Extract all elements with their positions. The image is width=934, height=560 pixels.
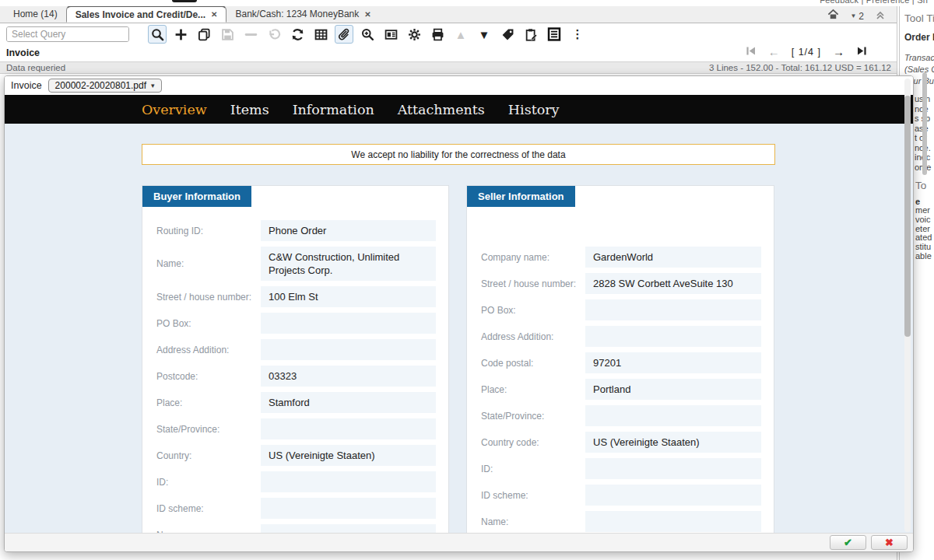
field-row: Country code:US (Vereinigte Staaten) — [467, 432, 774, 453]
delete-record-icon — [241, 25, 260, 44]
collapse-panel-icon[interactable] — [875, 9, 886, 23]
field-row: Postcode:03323 — [142, 366, 448, 387]
settings-gear-icon[interactable] — [405, 25, 423, 44]
toolbar-icons: ▲ ▼ ⋮ — [148, 25, 587, 44]
field-value: 100 Elm St — [261, 286, 436, 307]
field-label: Place: — [467, 384, 585, 395]
record-info-icon[interactable] — [381, 25, 400, 44]
field-row: Company name:GardenWorld — [467, 247, 774, 268]
field-row: Name:C&W Construction, Unlimited Project… — [142, 247, 448, 281]
field-row: PO Box: — [467, 299, 774, 320]
refresh-icon[interactable] — [288, 25, 307, 44]
field-value: 2828 SW Corbett AveSuite 130 — [585, 273, 761, 294]
select-query-input[interactable] — [7, 27, 129, 41]
print-icon[interactable] — [428, 25, 447, 44]
attachment-icon[interactable] — [335, 25, 353, 44]
field-row: ID: — [142, 471, 448, 492]
zoom-across-icon[interactable] — [358, 25, 377, 44]
viewer-tab-history[interactable]: History — [508, 102, 560, 117]
document-file-select[interactable]: 200002-20020801.pdf ▾ — [48, 79, 162, 93]
close-icon[interactable]: ✕ — [211, 10, 217, 19]
select-query-combo[interactable]: ▼ — [6, 26, 129, 42]
field-label: Name: — [142, 258, 261, 269]
field-label: ID scheme: — [142, 503, 261, 514]
record-title-row: Invoice ← [ 1/4 ] → — [0, 44, 897, 61]
caret-down-icon: ▼ — [850, 12, 856, 19]
sidebar-field-name: Order Ref — [904, 32, 934, 43]
buyer-card-title: Buyer Information — [142, 186, 251, 207]
field-label: Street / house number: — [142, 292, 261, 303]
grid-toggle-icon[interactable] — [311, 25, 330, 44]
confirm-button[interactable]: ✔ — [830, 535, 866, 550]
hint-line: (Sales Ord — [904, 64, 934, 75]
field-label: Place: — [142, 397, 261, 408]
section-line: able — [915, 252, 934, 261]
field-label: State/Province: — [142, 424, 261, 435]
next-record-icon[interactable]: → — [833, 47, 844, 58]
document-log-icon[interactable] — [545, 25, 564, 44]
field-label: PO Box: — [467, 305, 585, 316]
field-value — [585, 458, 761, 479]
field-label: ID: — [142, 477, 261, 488]
field-row: Address Addition: — [142, 339, 448, 360]
expand-icon[interactable]: ▼ — [475, 25, 493, 44]
seller-information-card: Seller Information Company name:GardenWo… — [466, 185, 774, 534]
toolbar: ▼ — [0, 23, 897, 45]
cancel-button[interactable]: ✖ — [871, 535, 908, 550]
seller-card-title: Seller Information — [467, 186, 575, 207]
viewer-tab-attachments[interactable]: Attachments — [398, 102, 485, 117]
search-icon[interactable] — [148, 25, 167, 44]
tab-sales-invoice[interactable]: Sales Invoice and Credit/De... ✕ — [66, 5, 227, 23]
field-label: Country code: — [467, 437, 585, 448]
window-count-dropdown[interactable]: ▼ 2 — [850, 11, 864, 22]
field-row: State/Province: — [467, 405, 774, 426]
viewer-tab-information[interactable]: Information — [293, 102, 374, 117]
workflow-clipboard-icon[interactable] — [521, 25, 540, 44]
buyer-fields: Routing ID:Phone Order Name:C&W Construc… — [142, 207, 448, 534]
top-chrome-strip: Feedback | Preference | Sh — [0, 0, 934, 6]
home-icon[interactable] — [827, 9, 839, 23]
field-row: Address Addition: — [467, 326, 774, 347]
tab-home[interactable]: Home (14) — [5, 5, 66, 23]
more-options-icon[interactable]: ⋮ — [568, 25, 587, 44]
field-row: ID scheme: — [467, 485, 774, 506]
status-totals: 3 Lines - 152.00 - Total: 161.12 USD = 1… — [709, 63, 891, 72]
viewer-tab-items[interactable]: Items — [230, 102, 269, 117]
tabbar-right-controls: ▼ 2 — [827, 9, 886, 23]
close-icon[interactable]: ✕ — [364, 10, 370, 19]
field-row: State/Province: — [142, 418, 448, 439]
new-record-icon[interactable] — [171, 25, 190, 44]
field-label: Postcode: — [142, 371, 261, 382]
first-record-icon[interactable] — [746, 46, 757, 58]
buyer-information-card: Buyer Information Routing ID:Phone Order… — [142, 185, 449, 534]
field-value — [261, 471, 436, 492]
field-row: Place:Stamford — [142, 392, 448, 413]
disclaimer-banner: We accept no liability for the correctne… — [142, 144, 775, 165]
viewer-scrollbar[interactable] — [904, 79, 911, 532]
field-value: 97201 — [585, 352, 761, 373]
field-value: C&W Construction, Unlimited Projects Cor… — [261, 247, 436, 281]
chevron-down-icon: ▾ — [151, 82, 155, 89]
label-tag-icon[interactable] — [498, 25, 517, 44]
viewer-scrollbar-thumb[interactable] — [904, 96, 911, 337]
sidebar-section-header: To — [915, 180, 934, 191]
check-icon: ✔ — [844, 537, 852, 548]
viewer-tab-overview[interactable]: Overview — [142, 102, 207, 117]
copy-record-icon[interactable] — [195, 25, 213, 44]
field-row: Name: — [467, 511, 774, 532]
collapse-icon: ▲ — [451, 25, 470, 44]
previous-record-icon: ← — [768, 47, 780, 58]
field-label: Country: — [142, 450, 261, 461]
invoice-viewer-dialog: Invoice 200002-20020801.pdf ▾ Overview I… — [4, 75, 914, 552]
last-record-icon[interactable] — [856, 46, 867, 58]
record-navigation: ← [ 1/4 ] → — [746, 46, 867, 58]
sidebar-scrollbar[interactable] — [922, 72, 927, 175]
tab-bank-cash[interactable]: Bank/Cash: 1234 MoneyBank ✕ — [226, 5, 379, 23]
status-bar: Data requeried 3 Lines - 152.00 - Total:… — [0, 61, 897, 74]
viewer-content: We accept no liability for the correctne… — [5, 124, 913, 534]
field-value — [261, 339, 436, 360]
field-value: US (Vereinigte Staaten) — [585, 432, 761, 453]
field-value: Stamford — [261, 392, 436, 413]
field-label: Address Addition: — [467, 331, 585, 342]
field-label: PO Box: — [142, 318, 261, 329]
